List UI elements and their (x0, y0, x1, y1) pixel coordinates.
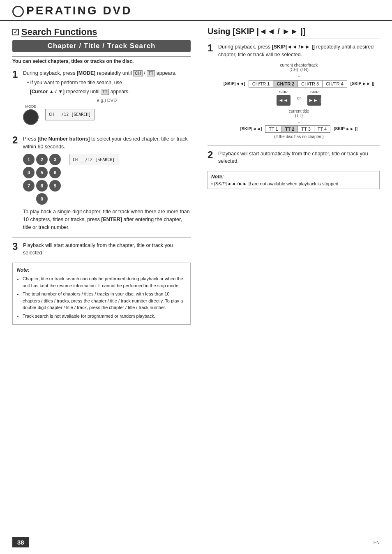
skip-right-group: SKIP ►► | (307, 90, 321, 106)
note-item-1: Chapter, title or track search can only … (23, 275, 186, 289)
page-header: PERATING DVD (0, 0, 392, 21)
tt-box-1: TT 1 (265, 125, 281, 133)
skip-back-label: [SKIP|◄◄] (224, 81, 245, 86)
right-step-1-number: 1 (208, 43, 213, 53)
num-btn-4: 4 (23, 167, 35, 178)
step-1: 1 During playback, press [MODE] repeated… (12, 69, 191, 125)
step-3-content: Playback will start automatically from t… (23, 242, 191, 257)
eg-dvd-label: e.g.) DVD (23, 98, 191, 103)
ch-tr-box-3: CH/TR 3 (297, 80, 322, 88)
note-title-right: Note: (211, 174, 376, 180)
section-title-text: Search Functions (21, 27, 97, 37)
mode-button-box: MODE (23, 104, 39, 125)
tt-boxes: TT 1 TT 2 TT 3 TT 4 (265, 125, 330, 133)
step-1-main: During playback, press [MODE] repeatedly… (23, 69, 191, 77)
step-2-content: Press [the Number buttons] to select you… (23, 135, 191, 231)
num-btn-8: 8 (36, 180, 48, 192)
right-step-1-content: During playback, press [SKIP|◄◄ /►► |] r… (218, 43, 380, 139)
mode-button-icon (23, 109, 39, 125)
step-3-number: 3 (12, 242, 18, 252)
note-box-left: Note: Chapter, title or track search can… (12, 263, 191, 325)
search-display-2: CH __/12 [SEARCH] (69, 154, 118, 165)
ch-tr-row: [SKIP|◄◄] CH/TR 1 CH/TR 2 CH/TR 3 CH/TR … (218, 80, 380, 88)
note-text-right: • [SKIP|◄◄ /►► |] are not available when… (211, 181, 376, 186)
tt-box-3: TT 3 (297, 125, 314, 133)
dvd-illustration: MODE CH __/12 [SEARCH] (23, 104, 191, 125)
right-step-1-main: During playback, press [SKIP|◄◄ /►► |] r… (218, 43, 380, 59)
section-title-row: Search Functions (12, 27, 191, 37)
right-step-2-main: Playback will start automatically from t… (218, 150, 380, 166)
step-1-content: During playback, press [MODE] repeatedly… (23, 69, 191, 125)
search-display-1: CH __/12 [SEARCH] (45, 109, 95, 120)
skip-label-left: SKIP (279, 90, 288, 94)
number-buttons-area: 1 2 3 4 5 6 7 8 9 0 CH __/12 [SEARCH] (23, 154, 191, 205)
skip-back-btn: ◄◄ (277, 95, 291, 106)
note-title-left: Note: (17, 266, 186, 274)
ch-tr-box-1: CH/TR 1 (249, 80, 273, 88)
skip-fwd-btn: ►► | (307, 95, 321, 106)
skip-fwd-label2: [SKIP ►► |] (334, 127, 357, 131)
num-btn-2: 2 (36, 154, 48, 165)
ch-tr-boxes-top: CH/TR 1 CH/TR 2 CH/TR 3 CH/TR 4 (249, 80, 347, 88)
page-footer: 38 EN (0, 537, 392, 547)
header-circle-icon (12, 6, 24, 17)
num-grid-wrapper: 1 2 3 4 5 6 7 8 9 0 (23, 154, 61, 205)
ch-tr-box-4: CH/TR 4 (322, 80, 347, 88)
right-column: Using [SKIP |◄◄ / ►► |] 1 During playbac… (199, 21, 380, 325)
skip-left-group: SKIP ◄◄ (277, 90, 291, 106)
skip-back-label2: [SKIP|◄◄] (240, 127, 262, 131)
page-number: 38 (12, 537, 29, 547)
current-title-area: current title (TT) ↓ (218, 109, 380, 125)
step-3: 3 Playback will start automatically from… (12, 242, 191, 257)
step-1-number: 1 (12, 69, 18, 79)
num-btn-0: 0 (36, 193, 48, 205)
no-chapter-note: (If the disc has no chapter.) (218, 134, 380, 139)
skip-physical-row: SKIP ◄◄ or SKIP ►► | (218, 90, 380, 106)
num-btn-7: 7 (23, 180, 35, 192)
search-banner: Chapter / Title / Track Search (12, 40, 191, 52)
page-title: PERATING DVD (26, 4, 132, 17)
skip-fwd-label: [SKIP ►► |] (350, 81, 374, 86)
arrow-down-tt: ↓ (297, 118, 300, 125)
section-checkbox-icon (12, 29, 19, 35)
tt-row: [SKIP|◄◄] TT 1 TT 2 TT 3 TT 4 [SKIP ►► |… (218, 125, 380, 133)
using-title: Using [SKIP |◄◄ / ►► |] (208, 27, 380, 39)
skip-diagram: current chapter/track (CH) (TR) ↓ [SKIP|… (218, 63, 380, 139)
num-btn-9: 9 (49, 180, 61, 192)
num-btn-3: 3 (49, 154, 61, 165)
step-2-number: 2 (12, 135, 18, 145)
current-chapter-track-label: current chapter/track (280, 63, 318, 67)
note-box-right: Note: • [SKIP|◄◄ /►► |] are not availabl… (208, 171, 380, 189)
step-1-sub1: • If you want to perform the title searc… (27, 79, 191, 86)
right-step-1: 1 During playback, press [SKIP|◄◄ /►► |]… (208, 43, 380, 139)
step-2-extra: To play back a single-digit chapter, tit… (23, 208, 191, 231)
tt-label: (TT) (295, 113, 303, 118)
ch-tr-label: (CH) (TR) (289, 67, 309, 72)
step-2: 2 Press [the Number buttons] to select y… (12, 135, 191, 231)
note-list-left: Chapter, title or track search can only … (23, 275, 186, 319)
step-3-main: Playback will start automatically from t… (23, 242, 191, 257)
tt-box-4: TT 4 (314, 125, 330, 133)
num-grid: 1 2 3 4 5 6 7 8 9 0 (23, 154, 61, 205)
step-2-main: Press [the Number buttons] to select you… (23, 135, 191, 151)
note-item-3: Track search is not available for progra… (23, 313, 186, 320)
right-step-2: 2 Playback will start automatically from… (208, 150, 380, 166)
skip-label-right: SKIP (310, 90, 319, 94)
note-item-2: The total number of chapters / titles / … (23, 291, 186, 311)
intro-text: You can select chapters, titles or track… (12, 56, 191, 66)
tt-box-2: TT 2 (281, 125, 298, 133)
num-btn-5: 5 (36, 167, 48, 178)
current-chapter-track-area: current chapter/track (CH) (TR) ↓ (218, 63, 380, 79)
page-lang: EN (374, 540, 380, 545)
step-1-sub2: [Cursor ▲ / ▼] repeatedly until TT appea… (27, 88, 191, 95)
ch-tr-box-2: CH/TR 2 (273, 80, 297, 88)
main-content: Search Functions Chapter / Title / Track… (0, 21, 392, 325)
num-btn-1: 1 (23, 154, 35, 165)
left-column: Search Functions Chapter / Title / Track… (12, 21, 199, 325)
num-btn-6: 6 (49, 167, 61, 178)
mode-label: MODE (25, 104, 37, 108)
right-step-2-content: Playback will start automatically from t… (218, 150, 380, 166)
current-title-label: current title (289, 109, 309, 113)
right-step-2-number: 2 (208, 150, 213, 160)
arrow-down-ch: ↓ (297, 72, 300, 78)
